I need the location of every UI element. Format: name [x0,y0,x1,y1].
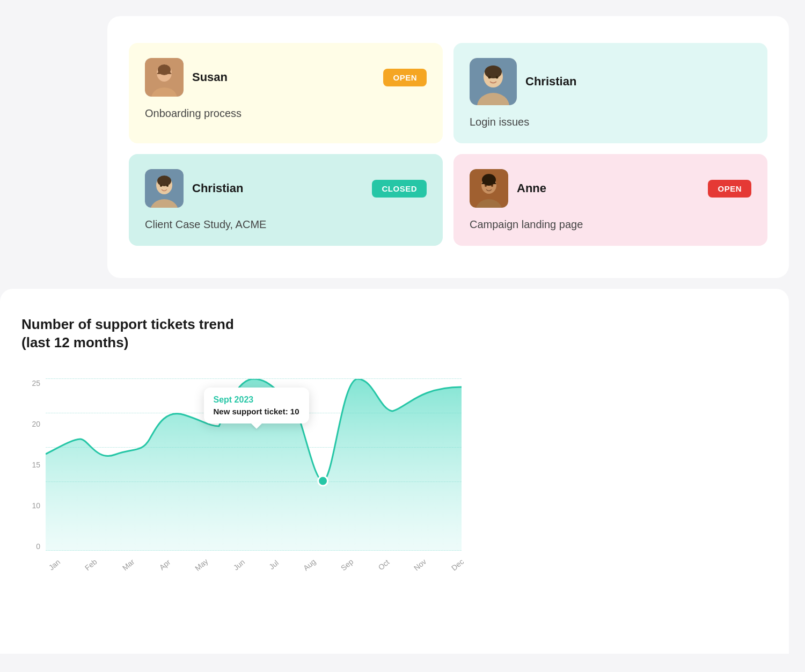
chart-tooltip: Sept 2023 New support ticket: 10 [204,388,309,423]
chart-area: 0 10 15 20 25 [21,379,462,551]
tooltip-value: New support ticket: 10 [214,407,299,416]
y-label: 10 [21,501,40,510]
chart-inner: Sept 2023 New support ticket: 10 [46,379,462,551]
svg-point-14 [160,185,162,187]
x-label: Nov [412,557,428,572]
x-label: Jul [267,558,280,571]
x-label: Jun [231,557,246,572]
y-axis: 0 10 15 20 25 [21,379,40,551]
chart-container: 0 10 15 20 25 [21,379,462,583]
avatar [145,169,184,208]
y-label: 25 [21,379,40,388]
status-badge: OPEN [708,180,751,198]
tooltip-date: Sept 2023 [214,395,299,405]
ticket-header: Christian CLOSED [145,169,427,208]
x-label: May [193,557,210,572]
chart-title: Number of support tickets trend (last 12… [21,316,236,352]
ticket-person-name: Christian [525,75,751,89]
chart-panel: Number of support tickets trend (last 12… [0,289,789,654]
top-panel: Susan OPEN Onboarding process [107,16,789,278]
ticket-subject: Client Case Study, ACME [145,218,427,231]
svg-point-7 [485,65,502,78]
ticket-card[interactable]: Anne OPEN Campaign landing page [453,154,767,246]
x-label: Mar [120,557,136,572]
ticket-card[interactable]: Susan OPEN Onboarding process [129,43,443,143]
x-label: Aug [302,557,317,572]
x-label: Sep [339,557,355,572]
tooltip-arrow [251,423,262,429]
x-label: Feb [83,557,99,572]
x-label: Apr [157,558,172,572]
ticket-header: Susan OPEN [145,58,427,97]
svg-point-20 [485,185,487,187]
status-badge: CLOSED [372,180,427,198]
svg-point-21 [491,185,493,187]
y-label: 0 [21,542,40,551]
x-label: Jan [47,557,62,572]
ticket-subject: Campaign landing page [470,218,751,231]
ticket-person-name: Christian [192,181,363,195]
ticket-header: Anne OPEN [470,169,751,208]
ticket-card[interactable]: Christian CLOSED Client Case Study, ACME [129,154,443,246]
y-label: 15 [21,461,40,469]
x-label: Oct [376,558,391,572]
ticket-header: Christian [470,58,751,105]
avatar [470,58,517,105]
svg-point-15 [166,185,169,187]
ticket-person-name: Susan [192,70,375,84]
x-label: Dec [450,557,465,572]
svg-point-13 [157,176,171,186]
ticket-person-name: Anne [517,181,699,195]
avatar [470,169,508,208]
x-axis: Jan Feb Mar Apr May Jun Jul Aug Sep Oct … [21,557,462,570]
svg-point-9 [496,76,499,79]
avatar [145,58,184,97]
ticket-subject: Onboarding process [145,107,427,120]
tickets-grid: Susan OPEN Onboarding process [129,43,767,246]
y-label: 20 [21,420,40,428]
svg-point-22 [318,476,328,486]
ticket-subject: Login issues [470,116,751,128]
status-badge: OPEN [383,69,427,86]
svg-point-8 [488,76,491,79]
ticket-card[interactable]: Christian Login issues [453,43,767,143]
